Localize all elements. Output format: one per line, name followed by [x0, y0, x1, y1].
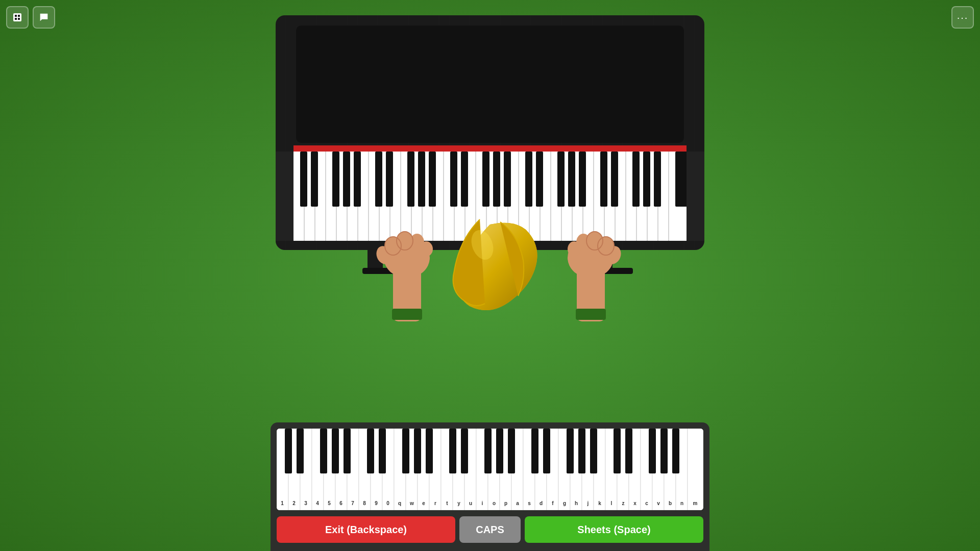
svg-rect-61	[482, 152, 489, 207]
svg-rect-69	[600, 152, 607, 207]
svg-text:c: c	[645, 500, 648, 506]
svg-rect-218	[578, 429, 585, 473]
svg-rect-58	[429, 152, 436, 207]
svg-text:%: %	[327, 479, 332, 485]
sheets-button[interactable]: Sheets (Space)	[525, 516, 703, 543]
svg-text:3: 3	[304, 500, 307, 506]
svg-text:!: !	[281, 479, 283, 485]
svg-rect-220	[614, 429, 621, 473]
svg-rect-83	[392, 309, 422, 320]
svg-rect-200	[285, 429, 292, 473]
svg-text:5: 5	[328, 500, 331, 506]
svg-rect-210	[449, 429, 456, 473]
svg-rect-224	[672, 429, 679, 473]
svg-text:i: i	[482, 500, 483, 506]
svg-text:$: $	[316, 479, 319, 485]
svg-rect-55	[386, 152, 393, 207]
svg-rect-72	[643, 152, 650, 207]
svg-rect-223	[660, 429, 668, 473]
svg-rect-138	[688, 429, 703, 510]
svg-text:Q: Q	[410, 479, 414, 485]
svg-rect-205	[367, 429, 374, 473]
svg-rect-50	[311, 152, 318, 207]
svg-text:0: 0	[386, 500, 389, 506]
svg-rect-3	[15, 18, 17, 20]
svg-rect-59	[450, 152, 457, 207]
svg-text:9: 9	[375, 500, 378, 506]
svg-text:b: b	[669, 500, 672, 506]
svg-text:z: z	[622, 500, 625, 506]
svg-text:Z: Z	[669, 479, 672, 485]
svg-rect-75	[680, 152, 688, 207]
svg-rect-54	[375, 152, 382, 207]
svg-text:H: H	[609, 479, 613, 485]
svg-text:I: I	[505, 479, 507, 485]
svg-text:p: p	[504, 500, 507, 506]
svg-text:^: ^	[339, 479, 342, 485]
svg-text:@: @	[291, 479, 297, 485]
svg-text:*: *	[363, 479, 365, 485]
svg-rect-219	[590, 429, 597, 473]
svg-rect-206	[379, 429, 386, 473]
svg-rect-62	[493, 152, 500, 207]
svg-rect-52	[343, 152, 350, 207]
svg-rect-63	[504, 152, 511, 207]
svg-text:G: G	[598, 479, 602, 485]
svg-rect-213	[496, 429, 503, 473]
svg-text:o: o	[493, 500, 496, 506]
svg-text:w: w	[409, 500, 414, 506]
svg-rect-73	[654, 152, 661, 207]
svg-text:Y: Y	[469, 479, 473, 485]
svg-rect-212	[484, 429, 492, 473]
svg-rect-204	[344, 429, 351, 473]
svg-text:S: S	[551, 479, 555, 485]
svg-rect-51	[332, 152, 339, 207]
svg-text:j: j	[587, 500, 589, 506]
svg-rect-209	[426, 429, 433, 473]
svg-rect-56	[407, 152, 414, 207]
svg-text:d: d	[540, 500, 543, 506]
svg-rect-12	[293, 145, 687, 152]
svg-text:2: 2	[292, 500, 296, 506]
svg-text:7: 7	[351, 500, 354, 506]
svg-rect-57	[418, 152, 425, 207]
svg-rect-2	[18, 15, 20, 17]
svg-rect-215	[531, 429, 538, 473]
svg-rect-81	[687, 152, 704, 241]
bottom-buttons: Exit (Backspace) CAPS Sheets (Space)	[277, 516, 703, 543]
svg-text:B: B	[693, 479, 697, 485]
svg-rect-208	[414, 429, 421, 473]
svg-rect-65	[536, 152, 543, 207]
svg-rect-67	[568, 152, 575, 207]
svg-text:4: 4	[316, 500, 319, 506]
svg-text:h: h	[575, 500, 578, 506]
svg-rect-4	[18, 18, 20, 20]
svg-text:W: W	[421, 479, 426, 485]
svg-text:L: L	[645, 479, 648, 485]
svg-rect-11	[296, 26, 684, 143]
svg-text:D: D	[562, 479, 566, 485]
svg-text:g: g	[563, 500, 566, 506]
svg-text:6: 6	[339, 500, 342, 506]
svg-text:m: m	[693, 500, 698, 506]
svg-text:J: J	[622, 479, 625, 485]
caps-button[interactable]: CAPS	[459, 516, 521, 543]
svg-rect-66	[557, 152, 565, 207]
svg-rect-71	[632, 152, 640, 207]
exit-button[interactable]: Exit (Backspace)	[277, 516, 455, 543]
svg-rect-70	[611, 152, 618, 207]
chat-button[interactable]	[33, 6, 55, 29]
menu-button[interactable]: ···	[951, 6, 974, 29]
svg-rect-221	[625, 429, 632, 473]
svg-text:y: y	[457, 500, 460, 506]
svg-rect-222	[649, 429, 656, 473]
svg-text:O: O	[516, 479, 520, 485]
svg-rect-68	[579, 152, 586, 207]
svg-text:T: T	[457, 479, 460, 485]
svg-rect-64	[525, 152, 532, 207]
svg-text:r: r	[434, 500, 436, 506]
svg-text:e: e	[422, 500, 425, 506]
svg-rect-202	[320, 429, 327, 473]
roblox-logo-button[interactable]	[6, 6, 29, 29]
svg-text:n: n	[680, 500, 683, 506]
